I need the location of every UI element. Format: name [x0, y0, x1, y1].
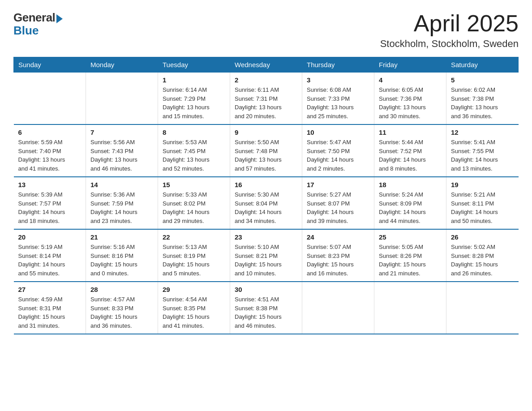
day-info: Sunrise: 4:54 AM Sunset: 8:35 PM Dayligh…: [163, 295, 225, 330]
week-row-1: 6Sunrise: 5:59 AM Sunset: 7:40 PM Daylig…: [14, 124, 519, 177]
day-cell-15: 14Sunrise: 5:36 AM Sunset: 7:59 PM Dayli…: [86, 177, 158, 229]
day-cell-9: 8Sunrise: 5:53 AM Sunset: 7:45 PM Daylig…: [158, 124, 230, 177]
header-day-friday: Friday: [374, 57, 446, 73]
day-cell-5: 4Sunrise: 6:05 AM Sunset: 7:36 PM Daylig…: [374, 73, 446, 125]
day-number: 24: [307, 233, 369, 241]
day-number: 10: [307, 128, 369, 136]
day-info: Sunrise: 4:51 AM Sunset: 8:38 PM Dayligh…: [235, 295, 297, 330]
header-row: SundayMondayTuesdayWednesdayThursdayFrid…: [14, 57, 519, 73]
logo: General Blue: [13, 11, 63, 38]
day-number: 5: [451, 76, 514, 84]
day-info: Sunrise: 6:05 AM Sunset: 7:36 PM Dayligh…: [379, 86, 442, 120]
day-info: Sunrise: 5:33 AM Sunset: 8:02 PM Dayligh…: [163, 190, 225, 225]
day-number: 11: [379, 128, 442, 136]
day-cell-25: 24Sunrise: 5:07 AM Sunset: 8:23 PM Dayli…: [302, 229, 374, 282]
day-info: Sunrise: 5:16 AM Sunset: 8:16 PM Dayligh…: [90, 243, 153, 278]
day-cell-21: 20Sunrise: 5:19 AM Sunset: 8:14 PM Dayli…: [14, 229, 86, 282]
day-number: 2: [235, 76, 297, 84]
calendar-table: SundayMondayTuesdayWednesdayThursdayFrid…: [13, 57, 519, 334]
logo-general-text: General: [13, 11, 55, 25]
day-cell-10: 9Sunrise: 5:50 AM Sunset: 7:48 PM Daylig…: [230, 124, 302, 177]
day-info: Sunrise: 5:44 AM Sunset: 7:52 PM Dayligh…: [379, 138, 442, 173]
day-info: Sunrise: 5:56 AM Sunset: 7:43 PM Dayligh…: [90, 138, 153, 173]
day-info: Sunrise: 4:59 AM Sunset: 8:31 PM Dayligh…: [18, 295, 82, 330]
header-day-monday: Monday: [86, 57, 158, 73]
day-number: 19: [451, 181, 514, 188]
day-cell-4: 3Sunrise: 6:08 AM Sunset: 7:33 PM Daylig…: [302, 73, 374, 125]
week-row-2: 13Sunrise: 5:39 AM Sunset: 7:57 PM Dayli…: [14, 177, 519, 229]
day-info: Sunrise: 5:13 AM Sunset: 8:19 PM Dayligh…: [163, 243, 225, 278]
logo-arrow-icon: [56, 14, 63, 23]
month-title: April 2025: [380, 11, 519, 36]
day-info: Sunrise: 5:05 AM Sunset: 8:26 PM Dayligh…: [379, 243, 442, 278]
day-number: 8: [163, 128, 225, 136]
day-cell-32: [302, 282, 374, 334]
day-cell-18: 17Sunrise: 5:27 AM Sunset: 8:07 PM Dayli…: [302, 177, 374, 229]
day-info: Sunrise: 5:02 AM Sunset: 8:28 PM Dayligh…: [451, 243, 514, 278]
page-header: General Blue April 2025 Stockholm, Stock…: [13, 11, 519, 50]
day-number: 7: [90, 128, 153, 136]
week-row-4: 27Sunrise: 4:59 AM Sunset: 8:31 PM Dayli…: [14, 282, 519, 334]
day-number: 3: [307, 76, 369, 84]
day-info: Sunrise: 5:19 AM Sunset: 8:14 PM Dayligh…: [18, 243, 82, 278]
logo-blue-text: Blue: [13, 24, 39, 38]
day-info: Sunrise: 5:10 AM Sunset: 8:21 PM Dayligh…: [235, 243, 297, 278]
day-info: Sunrise: 5:53 AM Sunset: 7:45 PM Dayligh…: [163, 138, 225, 173]
day-number: 17: [307, 181, 369, 188]
day-cell-27: 26Sunrise: 5:02 AM Sunset: 8:28 PM Dayli…: [446, 229, 519, 282]
day-cell-12: 11Sunrise: 5:44 AM Sunset: 7:52 PM Dayli…: [374, 124, 446, 177]
day-info: Sunrise: 6:08 AM Sunset: 7:33 PM Dayligh…: [307, 86, 369, 120]
header-day-tuesday: Tuesday: [158, 57, 230, 73]
header-day-wednesday: Wednesday: [230, 57, 302, 73]
day-cell-14: 13Sunrise: 5:39 AM Sunset: 7:57 PM Dayli…: [14, 177, 86, 229]
day-cell-1: [86, 73, 158, 125]
day-cell-17: 16Sunrise: 5:30 AM Sunset: 8:04 PM Dayli…: [230, 177, 302, 229]
day-cell-3: 2Sunrise: 6:11 AM Sunset: 7:31 PM Daylig…: [230, 73, 302, 125]
day-info: Sunrise: 6:14 AM Sunset: 7:29 PM Dayligh…: [163, 86, 225, 120]
day-cell-23: 22Sunrise: 5:13 AM Sunset: 8:19 PM Dayli…: [158, 229, 230, 282]
day-cell-31: 30Sunrise: 4:51 AM Sunset: 8:38 PM Dayli…: [230, 282, 302, 334]
day-cell-33: [374, 282, 446, 334]
day-number: 23: [235, 233, 297, 241]
day-number: 4: [379, 76, 442, 84]
day-number: 30: [235, 286, 297, 293]
day-number: 22: [163, 233, 225, 241]
day-cell-26: 25Sunrise: 5:05 AM Sunset: 8:26 PM Dayli…: [374, 229, 446, 282]
day-number: 18: [379, 181, 442, 188]
day-info: Sunrise: 5:21 AM Sunset: 8:11 PM Dayligh…: [451, 190, 514, 225]
week-row-3: 20Sunrise: 5:19 AM Sunset: 8:14 PM Dayli…: [14, 229, 519, 282]
day-cell-0: [14, 73, 86, 125]
day-info: Sunrise: 5:30 AM Sunset: 8:04 PM Dayligh…: [235, 190, 297, 225]
day-cell-24: 23Sunrise: 5:10 AM Sunset: 8:21 PM Dayli…: [230, 229, 302, 282]
day-cell-11: 10Sunrise: 5:47 AM Sunset: 7:50 PM Dayli…: [302, 124, 374, 177]
day-info: Sunrise: 6:02 AM Sunset: 7:38 PM Dayligh…: [451, 86, 514, 120]
day-number: 12: [451, 128, 514, 136]
day-number: 26: [451, 233, 514, 241]
day-info: Sunrise: 5:24 AM Sunset: 8:09 PM Dayligh…: [379, 190, 442, 225]
day-cell-28: 27Sunrise: 4:59 AM Sunset: 8:31 PM Dayli…: [14, 282, 86, 334]
day-number: 9: [235, 128, 297, 136]
day-number: 27: [18, 286, 82, 293]
day-info: Sunrise: 5:36 AM Sunset: 7:59 PM Dayligh…: [90, 190, 153, 225]
day-info: Sunrise: 4:57 AM Sunset: 8:33 PM Dayligh…: [90, 295, 153, 330]
day-cell-19: 18Sunrise: 5:24 AM Sunset: 8:09 PM Dayli…: [374, 177, 446, 229]
day-cell-7: 6Sunrise: 5:59 AM Sunset: 7:40 PM Daylig…: [14, 124, 86, 177]
day-info: Sunrise: 5:41 AM Sunset: 7:55 PM Dayligh…: [451, 138, 514, 173]
week-row-0: 1Sunrise: 6:14 AM Sunset: 7:29 PM Daylig…: [14, 73, 519, 125]
location-title: Stockholm, Stockholm, Sweden: [380, 38, 519, 50]
day-info: Sunrise: 5:47 AM Sunset: 7:50 PM Dayligh…: [307, 138, 369, 173]
day-cell-29: 28Sunrise: 4:57 AM Sunset: 8:33 PM Dayli…: [86, 282, 158, 334]
day-cell-16: 15Sunrise: 5:33 AM Sunset: 8:02 PM Dayli…: [158, 177, 230, 229]
header-day-sunday: Sunday: [14, 57, 86, 73]
day-info: Sunrise: 5:59 AM Sunset: 7:40 PM Dayligh…: [18, 138, 82, 173]
day-number: 20: [18, 233, 82, 241]
day-number: 1: [163, 76, 225, 84]
day-cell-22: 21Sunrise: 5:16 AM Sunset: 8:16 PM Dayli…: [86, 229, 158, 282]
day-info: Sunrise: 6:11 AM Sunset: 7:31 PM Dayligh…: [235, 86, 297, 120]
day-info: Sunrise: 5:39 AM Sunset: 7:57 PM Dayligh…: [18, 190, 82, 225]
day-number: 25: [379, 233, 442, 241]
day-cell-30: 29Sunrise: 4:54 AM Sunset: 8:35 PM Dayli…: [158, 282, 230, 334]
day-number: 21: [90, 233, 153, 241]
day-cell-20: 19Sunrise: 5:21 AM Sunset: 8:11 PM Dayli…: [446, 177, 519, 229]
day-info: Sunrise: 5:27 AM Sunset: 8:07 PM Dayligh…: [307, 190, 369, 225]
